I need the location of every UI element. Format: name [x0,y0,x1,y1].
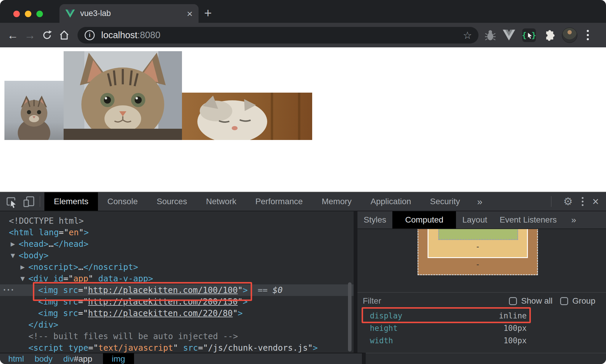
dom-tree-node[interactable]: ▶<noscript>…</noscript> [0,261,354,273]
dom-tree-node[interactable]: <!DOCTYPE html> [0,215,354,227]
page-viewport [0,47,606,192]
extensions-puzzle-icon[interactable] [543,29,555,41]
minimize-window-button[interactable] [25,11,31,17]
filter-input[interactable]: Filter [363,296,501,306]
home-button[interactable] [56,30,73,41]
bookmark-star-icon[interactable]: ☆ [463,29,472,41]
address-bar[interactable]: i localhost:8080 ☆ [78,27,478,44]
dom-tree-node-selected[interactable]: •••<img src="http://placekitten.com/100/… [0,284,354,296]
reload-button[interactable] [38,30,56,41]
dom-tree-node[interactable]: <img src="http://placekitten.com/220/80"… [0,307,354,319]
devtools-body: <!DOCTYPE html><html lang="en">▶<head>…<… [0,211,606,353]
group-control[interactable]: Group [560,296,595,306]
json-viewer-extension-icon[interactable]: { } [522,28,536,42]
computed-row-width[interactable]: width100px [357,334,532,347]
devtools-tab-security[interactable]: Security [420,192,469,211]
box-model-padding [438,229,518,240]
show-all-label: Show all [521,296,552,306]
browser-tab[interactable]: vue3-lab × [59,4,199,23]
elements-scrollbar-thumb[interactable] [348,282,352,352]
browser-toolbar: ← → i localhost:8080 ☆ [0,23,606,47]
devtools-panel: ElementsConsoleSourcesNetworkPerformance… [0,192,606,364]
sidebar-more-tabs-icon[interactable]: » [571,211,576,228]
computed-filter-row: Filter Show all Group [357,293,606,309]
url-text[interactable]: localhost:8080 [101,30,160,41]
dom-tree-node[interactable]: <!-- built files will be auto injected -… [0,331,354,342]
back-button[interactable]: ← [4,30,21,41]
elements-tree-panel: <!DOCTYPE html><html lang="en">▶<head>…<… [0,211,357,353]
dom-tree-node[interactable]: ▼<body> [0,250,354,261]
collapse-arrow-icon[interactable]: ▶ [20,261,25,273]
devtools-tab-elements[interactable]: Elements [44,192,98,211]
devtools-tab-bar: ElementsConsoleSourcesNetworkPerformance… [44,192,469,211]
tab-title: vue3-lab [80,9,183,18]
inspect-cursor-icon [5,195,18,208]
collapse-arrow-icon[interactable]: ▶ [11,238,15,250]
devtools-controls: ⚙ × [547,195,606,208]
border-bottom-value: - [418,242,538,251]
computed-row-height[interactable]: height100px [357,322,532,334]
sidebar-tab-styles[interactable]: Styles [357,211,392,228]
dom-tree-node[interactable]: ▼<div id="app" data-v-app> [0,273,354,284]
node-overflow-dots-icon[interactable]: ••• [3,284,15,296]
kitten-image-220x80 [182,93,312,140]
sidebar-bottom-strip [366,353,606,364]
computed-row-display[interactable]: displayinline [357,310,532,322]
zoom-window-button[interactable] [36,11,43,17]
site-info-icon[interactable]: i [85,30,95,40]
vue-devtools-extension-icon[interactable] [503,30,515,41]
devtools-tab-sources[interactable]: Sources [147,192,196,211]
device-toolbar-button[interactable] [22,195,36,208]
dom-breadcrumbs: htmlbodydiv#appimg [0,353,366,364]
devtools-tab-console[interactable]: Console [98,192,147,211]
property-value: 100px [504,324,527,333]
breadcrumb-body[interactable]: body [35,353,53,364]
devtools-tab-application[interactable]: Application [361,192,420,211]
styles-sidebar-panel: StylesComputedLayoutEvent Listeners » - … [357,211,606,353]
settings-gear-icon[interactable]: ⚙ [563,195,573,208]
sidebar-tab-event-listeners[interactable]: Event Listeners [494,211,563,228]
kitten-image-200x150 [64,51,182,140]
devtools-close-icon[interactable]: × [592,196,599,207]
dom-tree-node[interactable]: <html lang="en"> [0,227,354,238]
breadcrumb-html[interactable]: html [8,353,24,364]
extensions-row: { } [485,28,590,43]
margin-bottom-value: - [418,260,538,269]
sidebar-tab-computed[interactable]: Computed [392,211,456,228]
devtools-tab-performance[interactable]: Performance [246,192,312,211]
show-all-checkbox[interactable] [509,297,517,305]
url-host: localhost [101,30,137,40]
property-value: inline [499,311,527,320]
dom-tree-node[interactable]: <script type="text/javascript" src="/js/… [0,342,354,353]
expand-arrow-icon[interactable]: ▼ [11,250,15,261]
devtools-tab-memory[interactable]: Memory [312,192,361,211]
dom-tree-node[interactable]: </div> [0,319,354,331]
property-name: width [370,336,504,345]
dom-tree-node[interactable]: <img src="http://placekitten.com/200/150… [0,296,354,307]
reload-icon [42,30,52,41]
home-icon [59,30,70,41]
show-all-control[interactable]: Show all [509,296,552,306]
group-label: Group [572,296,595,306]
device-toolbar-icon [22,195,36,208]
tab-close-icon[interactable]: × [187,9,193,19]
group-checkbox[interactable] [560,297,568,305]
bug-extension-icon[interactable] [485,29,496,41]
browser-menu-icon[interactable] [586,29,590,41]
more-tabs-icon[interactable]: » [477,196,482,207]
devtools-tab-network[interactable]: Network [196,192,246,211]
breadcrumb-img[interactable]: img [103,353,134,364]
close-window-button[interactable] [13,11,20,17]
inspect-element-button[interactable] [5,195,18,208]
property-name: display [370,311,499,320]
url-port: :8080 [137,30,160,40]
new-tab-button[interactable]: + [204,7,212,20]
dom-tree-node[interactable]: ▶<head>…</head> [0,238,354,250]
box-model-diagram[interactable]: - - [418,229,538,276]
expand-arrow-icon[interactable]: ▼ [20,273,25,284]
breadcrumb-div#app[interactable]: div#app [63,353,92,364]
devtools-bottom-bar: htmlbodydiv#appimg [0,353,606,364]
devtools-menu-icon[interactable] [581,196,585,207]
sidebar-tab-layout[interactable]: Layout [456,211,493,228]
profile-avatar[interactable] [562,28,577,43]
